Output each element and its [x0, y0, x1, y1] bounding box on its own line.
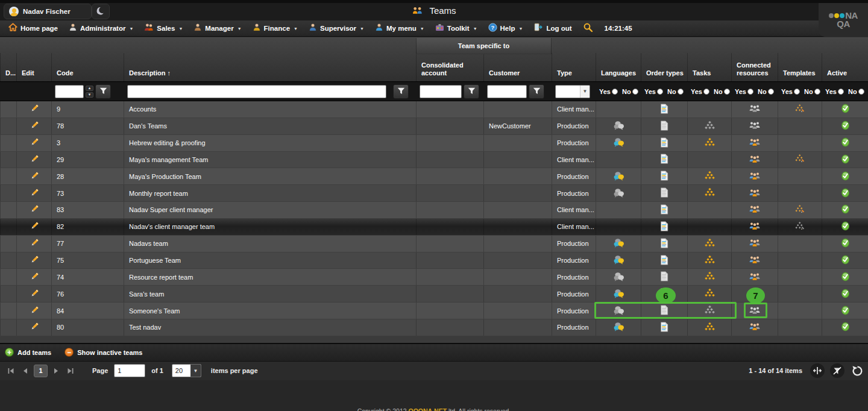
tasks-icon[interactable] — [704, 322, 715, 333]
edit-pencil-icon[interactable] — [30, 289, 39, 300]
connected-resources-icon[interactable] — [749, 172, 761, 181]
filter-languages-yes-radio[interactable] — [612, 89, 618, 95]
connected-resources-icon[interactable] — [749, 189, 761, 198]
filter-tasks-yes-radio[interactable] — [703, 89, 709, 95]
team-row-84[interactable]: 84Someone's TeamProduction — [0, 303, 868, 319]
languages-icon[interactable] — [613, 255, 624, 266]
consolidated-account-filter-button[interactable] — [464, 84, 479, 99]
connected-resources-icon[interactable] — [749, 205, 761, 215]
edit-pencil-icon[interactable] — [30, 104, 39, 115]
edit-pencil-icon[interactable] — [30, 171, 39, 182]
column-header-consolidated[interactable]: Consolidated account — [416, 53, 483, 81]
connected-resources-icon[interactable] — [749, 121, 761, 131]
connected-resources-icon[interactable] — [749, 256, 761, 265]
filter-order-types-no-radio[interactable] — [678, 89, 684, 95]
languages-icon[interactable] — [613, 272, 624, 283]
next-page-button[interactable] — [50, 365, 62, 377]
column-header-languages[interactable]: Languages — [596, 53, 641, 81]
order-types-icon[interactable] — [660, 154, 668, 165]
edit-pencil-icon[interactable] — [30, 272, 39, 283]
languages-icon[interactable] — [613, 322, 624, 333]
filter-languages-no-radio[interactable] — [632, 89, 638, 95]
edit-pencil-icon[interactable] — [30, 121, 39, 131]
templates-icon[interactable] — [795, 222, 805, 232]
team-row-9[interactable]: 9AccountsClient man... — [0, 101, 868, 118]
connected-resources-icon[interactable] — [749, 104, 761, 114]
filter-templates-no-radio[interactable] — [814, 89, 820, 95]
column-header-customer[interactable]: Customer — [483, 53, 552, 81]
tasks-icon[interactable] — [704, 188, 715, 198]
order-types-icon[interactable] — [660, 238, 668, 249]
filter-active-yes-radio[interactable] — [838, 89, 844, 95]
description-filter-input[interactable] — [127, 85, 386, 98]
team-row-29[interactable]: 29Maya's management TeamClient man... — [0, 152, 868, 169]
templates-icon[interactable] — [795, 205, 805, 215]
languages-icon[interactable] — [613, 289, 624, 300]
fit-columns-button[interactable] — [810, 363, 825, 378]
column-header-type[interactable]: Type — [552, 53, 596, 81]
edit-pencil-icon[interactable] — [30, 322, 39, 333]
consolidated-account-filter-input[interactable] — [420, 85, 462, 98]
connected-resources-icon[interactable] — [749, 239, 761, 248]
column-header-connected[interactable]: Connected resources — [731, 53, 778, 81]
edit-pencil-icon[interactable] — [30, 137, 39, 148]
menu-item-sales[interactable]: Sales▼ — [139, 20, 188, 36]
tasks-icon[interactable] — [704, 256, 715, 266]
order-types-icon[interactable] — [660, 137, 668, 149]
team-row-3[interactable]: 3Hebrew editing & proofingProduction — [0, 135, 868, 152]
code-filter-input[interactable] — [55, 85, 84, 98]
first-page-button[interactable] — [5, 365, 17, 377]
languages-icon[interactable] — [613, 137, 624, 148]
languages-icon[interactable] — [613, 121, 624, 131]
filter-active-no-radio[interactable] — [858, 89, 864, 95]
user-menu-button[interactable]: Nadav Fischer — [4, 4, 92, 19]
order-types-icon[interactable] — [660, 187, 668, 199]
languages-icon[interactable] — [613, 171, 624, 182]
menu-item-administrator[interactable]: Administrator▼ — [63, 20, 139, 36]
menu-item-manager[interactable]: Manager▼ — [188, 20, 247, 36]
filter-connected-no-radio[interactable] — [768, 89, 774, 95]
team-row-80[interactable]: 80Test nadavProduction — [0, 319, 868, 336]
menu-item-my-menu[interactable]: My menu▼ — [370, 20, 430, 36]
filter-connected-yes-radio[interactable] — [747, 89, 753, 95]
customer-filter-input[interactable] — [487, 85, 527, 98]
edit-pencil-icon[interactable] — [30, 221, 39, 232]
filter-templates-yes-radio[interactable] — [794, 89, 800, 95]
menu-item-finance[interactable]: Finance▼ — [247, 20, 303, 36]
menu-search-button[interactable] — [577, 20, 599, 36]
order-types-icon[interactable] — [660, 221, 668, 233]
last-page-button[interactable] — [64, 365, 77, 377]
column-header-templates[interactable]: Templates — [778, 53, 822, 81]
tasks-icon[interactable] — [704, 171, 715, 181]
team-row-76[interactable]: 76Sara's teamProduction — [0, 286, 868, 303]
order-types-icon[interactable] — [660, 171, 668, 182]
order-types-icon[interactable] — [660, 104, 668, 115]
refresh-button[interactable] — [850, 363, 864, 378]
column-header-code[interactable]: Code — [51, 53, 124, 81]
filter-order-types-yes-radio[interactable] — [657, 89, 663, 95]
add-teams-button[interactable]: + Add teams — [5, 348, 51, 357]
team-row-28[interactable]: 28Maya's Production TeamProduction — [0, 168, 868, 185]
connected-resources-icon[interactable] — [749, 138, 761, 148]
menu-item-home-page[interactable]: Home page — [3, 20, 63, 36]
connected-resources-icon[interactable] — [749, 272, 761, 282]
page-number-input[interactable] — [114, 364, 145, 377]
code-filter-button[interactable] — [95, 84, 111, 99]
team-row-77[interactable]: 77Nadavs teamProduction — [0, 236, 868, 253]
languages-icon[interactable] — [613, 188, 624, 199]
column-header-edit[interactable]: Edit — [16, 53, 51, 81]
team-row-74[interactable]: 74Resource report teamProduction — [0, 269, 868, 286]
tasks-icon[interactable] — [704, 289, 715, 299]
connected-resources-icon[interactable] — [749, 155, 761, 165]
connected-resources-icon[interactable] — [749, 322, 761, 332]
team-row-78[interactable]: 78Dan's TeamsNewCustomerProduction — [0, 118, 868, 135]
description-filter-button[interactable] — [393, 84, 409, 99]
menu-item-supervisor[interactable]: Supervisor▼ — [303, 20, 370, 36]
spinner-down-button[interactable]: ▼ — [86, 92, 93, 98]
show-inactive-teams-button[interactable]: − Show inactive teams — [64, 348, 142, 357]
order-types-icon[interactable] — [660, 121, 668, 132]
edit-pencil-icon[interactable] — [30, 154, 39, 165]
clear-filters-button[interactable] — [830, 363, 844, 378]
edit-pencil-icon[interactable] — [30, 306, 39, 316]
order-types-icon[interactable] — [660, 255, 668, 266]
